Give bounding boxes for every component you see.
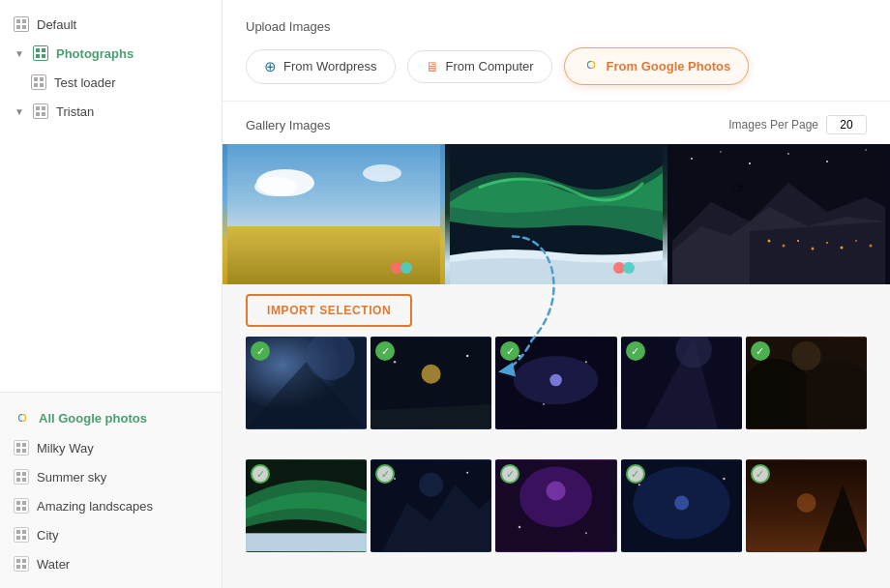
svg-rect-28 <box>22 507 26 511</box>
sidebar-item-landscapes-label: Amazing landscapes <box>37 499 153 514</box>
wordpress-icon: ⊕ <box>264 58 277 75</box>
svg-point-37 <box>588 62 594 68</box>
sidebar-item-test-loader[interactable]: Test loader <box>0 68 222 97</box>
photo-cell-2[interactable]: ✓ <box>371 337 491 429</box>
check-badge-6: ✓ <box>251 464 270 484</box>
svg-rect-13 <box>42 106 45 110</box>
photo-cell-5[interactable]: ✓ <box>746 337 867 429</box>
photo-cell-4[interactable]: ✓ <box>621 337 742 429</box>
gallery-top-images <box>222 144 890 284</box>
svg-rect-1 <box>22 19 26 23</box>
svg-rect-4 <box>36 48 40 52</box>
sidebar-item-photographs[interactable]: ▼ Photographs <box>0 39 222 68</box>
svg-rect-3 <box>22 25 26 29</box>
grid-icon-milkyway <box>14 440 29 456</box>
svg-rect-30 <box>22 530 26 534</box>
svg-rect-12 <box>36 106 40 110</box>
check-badge-4: ✓ <box>626 341 645 361</box>
photo-cell-6[interactable]: ✓ <box>246 459 367 552</box>
svg-point-84 <box>394 478 396 480</box>
svg-point-74 <box>585 361 587 363</box>
svg-point-44 <box>400 262 412 274</box>
images-per-page-input[interactable] <box>826 115 867 134</box>
sidebar-item-city-label: City <box>37 528 58 543</box>
svg-rect-81 <box>246 533 367 551</box>
sidebar-item-testloader-label: Test loader <box>54 75 116 90</box>
bottom-panel: IMPORT SELECTION ✓ ✓ <box>222 284 890 588</box>
svg-rect-11 <box>40 83 44 87</box>
gallery-image-2[interactable] <box>445 144 668 284</box>
photo-cell-9[interactable]: ✓ <box>621 459 742 552</box>
svg-point-53 <box>787 153 789 155</box>
import-selection-button[interactable]: IMPORT SELECTION <box>246 294 412 327</box>
from-wordpress-button[interactable]: ⊕ From Wordpress <box>246 49 396 84</box>
photo-grid: ✓ ✓ <box>222 337 890 588</box>
photo-cell-7[interactable]: ✓ <box>371 459 491 552</box>
sidebar-item-water[interactable]: Water <box>0 549 222 578</box>
svg-point-89 <box>519 526 521 529</box>
sidebar-item-default[interactable]: Default <box>0 10 222 39</box>
sidebar-item-city[interactable]: City <box>0 520 222 549</box>
sidebar-item-tristan[interactable]: ▼ Tristan <box>0 97 222 126</box>
caret-down-icon: ▼ <box>14 47 25 59</box>
grid-icon-city <box>14 527 29 543</box>
svg-rect-19 <box>16 449 20 453</box>
svg-rect-25 <box>16 501 20 505</box>
svg-rect-24 <box>22 478 26 482</box>
svg-point-97 <box>796 493 816 513</box>
upload-section: Upload Images ⊕ From Wordpress 🖥 From Co… <box>222 0 890 102</box>
sidebar-item-amazing-landscapes[interactable]: Amazing landscapes <box>0 491 222 520</box>
grid-icon-landscapes <box>14 498 29 514</box>
svg-point-16 <box>19 415 25 421</box>
svg-rect-14 <box>36 112 40 116</box>
svg-point-50 <box>691 158 693 160</box>
svg-rect-31 <box>16 536 20 540</box>
svg-point-55 <box>865 149 867 151</box>
svg-rect-21 <box>16 472 20 476</box>
svg-rect-27 <box>16 507 20 511</box>
sidebar-item-all-google-photos[interactable]: All Google photos <box>0 402 222 433</box>
grid-icon-summersky <box>14 469 29 485</box>
gallery-header: Gallery Images Images Per Page <box>222 102 890 144</box>
svg-point-54 <box>826 161 828 162</box>
photo-cell-3[interactable]: ✓ <box>495 337 616 429</box>
sidebar-item-summer-sky[interactable]: Summer sky <box>0 462 222 491</box>
google-photos-icon <box>14 409 31 426</box>
from-computer-button[interactable]: 🖥 From Computer <box>407 50 552 83</box>
from-wordpress-label: From Wordpress <box>283 59 377 74</box>
svg-point-79 <box>791 341 820 370</box>
gallery-image-1[interactable] <box>222 144 445 284</box>
svg-point-69 <box>466 355 469 358</box>
sidebar-item-milky-way[interactable]: Milky Way <box>0 433 222 462</box>
svg-rect-6 <box>36 54 40 58</box>
sidebar-item-label: Default <box>37 17 76 32</box>
from-google-photos-button[interactable]: From Google Photos <box>564 47 750 85</box>
svg-rect-9 <box>40 77 44 81</box>
svg-point-51 <box>720 151 722 153</box>
photo-cell-8[interactable]: ✓ <box>495 459 616 552</box>
svg-rect-42 <box>227 226 440 284</box>
svg-rect-35 <box>16 565 20 569</box>
svg-point-73 <box>519 355 521 358</box>
from-computer-label: From Computer <box>446 59 534 74</box>
svg-point-57 <box>783 245 786 248</box>
photo-cell-1[interactable]: ✓ <box>246 337 367 429</box>
svg-rect-8 <box>34 77 38 81</box>
from-google-photos-label: From Google Photos <box>607 59 731 74</box>
svg-rect-5 <box>42 48 45 52</box>
svg-point-41 <box>363 164 401 182</box>
svg-point-59 <box>812 248 815 250</box>
svg-rect-36 <box>22 565 26 569</box>
grid-icon-tristan <box>33 103 48 119</box>
sidebar: Default ▼ Photographs Test loader ▼ Tris… <box>0 0 222 588</box>
sidebar-item-all-google-photos-label: All Google photos <box>39 411 147 426</box>
svg-point-88 <box>547 481 566 500</box>
photo-cell-10[interactable]: ✓ <box>746 459 867 552</box>
svg-point-72 <box>550 374 563 387</box>
upload-buttons: ⊕ From Wordpress 🖥 From Computer <box>246 47 867 85</box>
svg-rect-15 <box>42 112 45 116</box>
grid-icon-photographs <box>33 45 48 61</box>
gallery-image-3[interactable] <box>668 144 890 284</box>
svg-point-63 <box>870 245 873 248</box>
svg-point-93 <box>674 496 689 511</box>
